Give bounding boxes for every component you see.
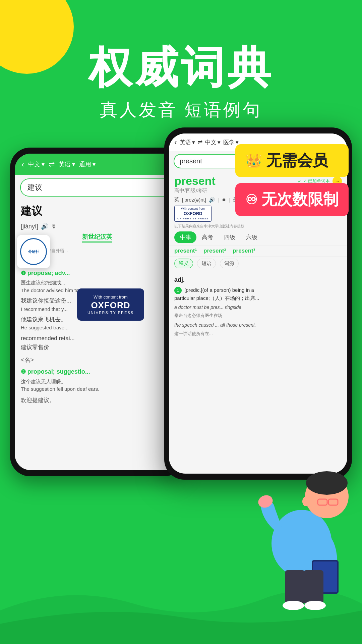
uk-label: 英 [174, 197, 179, 203]
example4-cn: 这个建议无人理睬。 [21, 378, 174, 386]
def1: ❶ propose; adv... [21, 268, 174, 278]
example3-en: He suggested trave... [21, 324, 174, 332]
variant1[interactable]: present¹ [174, 248, 197, 254]
sub-title: 真人发音 短语例句 [0, 98, 362, 122]
mode-label: 通用 [79, 160, 91, 168]
example4-en: The suggestion fell upon deaf ears. [21, 385, 174, 393]
tab-phrases[interactable]: 短语 [197, 259, 216, 268]
lang2-label: 英语 [59, 160, 71, 168]
present-variants: present¹ present² present³ [169, 246, 347, 257]
tab-level4[interactable]: 四级 [219, 231, 241, 243]
example1-cn: 医生建议他把烟戒... [21, 279, 174, 287]
character-illustration [245, 449, 359, 617]
svg-rect-10 [285, 570, 305, 604]
closing-text: 欢迎提建议。 [21, 396, 174, 405]
infinity-icon: ♾ [245, 192, 257, 207]
tab-oxford[interactable]: 牛津 [174, 231, 196, 243]
uk-audio-icon[interactable]: 🔊 [209, 197, 215, 203]
phrase1-en: recommended retai... [21, 334, 174, 343]
front-word-title: present [174, 174, 216, 187]
pinyin-text: [jiànyì] [21, 223, 38, 230]
svg-point-13 [304, 601, 326, 610]
foreign-research-badge: 外研社 [17, 235, 50, 268]
svg-rect-11 [303, 570, 323, 604]
no-member-badge: 👑 无需会员 [235, 144, 349, 177]
search-word-text: 建议 [27, 183, 42, 192]
oxford-title: OXFORD [82, 300, 139, 311]
oxford-mini-stamp: With content from OXFORD UNIVERSITY PRES… [174, 206, 212, 222]
swap-icon[interactable]: ⇌ [49, 160, 55, 169]
front-pos: adj. [174, 275, 342, 285]
meaning-tabs: 释义 短语 词源 [169, 257, 347, 270]
front-search-word: present [180, 157, 202, 165]
lang1-selector[interactable]: 中文 ▾ [28, 160, 45, 168]
front-example1-en: a doctor must be pres... ringside [174, 304, 342, 311]
front-chevron2: ▾ [218, 139, 221, 146]
tab-meaning[interactable]: 释义 [174, 259, 193, 268]
tab-etymology[interactable]: 词源 [220, 259, 239, 268]
tab-gaokao[interactable]: 高考 [196, 231, 219, 243]
back-button-icon[interactable]: ‹ [21, 160, 24, 169]
front-chevron1: ▾ [192, 139, 195, 146]
front-example2-cn: 这一讲话使所有在... [174, 330, 342, 337]
uk-record-icon[interactable]: ⏺ [222, 197, 226, 202]
tab-level6[interactable]: 六级 [241, 231, 263, 243]
svg-point-6 [302, 497, 309, 506]
uk-phonetic: ['prez(ə)nt] [182, 197, 206, 203]
lang2-selector[interactable]: 英语 ▾ [59, 160, 75, 168]
front-content: adj. 1 [predic.](of a person) being in a… [169, 270, 347, 340]
no-member-label: 无需会员 [266, 150, 328, 171]
front-lang2[interactable]: 中文 ▾ [205, 139, 221, 146]
audio-icon[interactable]: 🔊 [41, 223, 48, 230]
unlimited-badge: ♾ 无次数限制 [235, 183, 349, 216]
lang1-label: 中文 [28, 160, 40, 168]
mode-selector[interactable]: 通用 ▾ [79, 160, 96, 168]
variant2[interactable]: present² [203, 248, 226, 254]
front-def1: 1 [predic.](of a person) being in aparti… [174, 286, 342, 302]
oxford-press: UNIVERSITY PRESS [82, 311, 139, 315]
front-example1-cn: 拳击台边必须有医生在场 [174, 312, 342, 319]
pos2: <名> [21, 355, 174, 365]
dict-word: 建议 [15, 200, 180, 223]
def2: ❷ proposal; suggestio... [21, 367, 174, 377]
oxford-with-content: With content from [82, 294, 139, 300]
foreign-badge-logo: 外研社 [20, 238, 47, 265]
front-lang2-label: 中文 [205, 139, 217, 146]
chevron-down-icon: ▾ [42, 161, 45, 168]
header-section: 权威词典 真人发音 短语例句 [0, 44, 362, 122]
front-lang1[interactable]: 英语 ▾ [180, 139, 195, 146]
svg-point-2 [306, 471, 348, 495]
oxford-badge: With content from OXFORD UNIVERSITY PRES… [77, 288, 144, 321]
source-note: 以下结果内容来自牛津大学出版社内容授权 [169, 223, 347, 229]
dict-source: 新世纪汉英 [82, 233, 112, 243]
badge-area: 👑 无需会员 ♾ 无次数限制 [235, 144, 349, 216]
front-mode-label: 医学 [223, 139, 235, 146]
dict-pinyin: [jiànyì] 🔊 🎙 [15, 223, 180, 230]
back-phone-nav: ‹ 中文 ▾ ⇌ 英语 ▾ 通用 ▾ [15, 154, 180, 175]
phrase1-cn: 建议零售价 [21, 343, 174, 352]
svg-point-12 [283, 601, 304, 610]
front-swap-icon[interactable]: ⇌ [198, 139, 202, 146]
chevron-down-icon-2: ▾ [72, 161, 75, 168]
front-back-icon[interactable]: ‹ [174, 138, 177, 147]
front-tabs: 牛津 高考 四级 六级 [169, 229, 347, 246]
chevron-down-icon-3: ▾ [93, 161, 96, 168]
main-title: 权威词典 [0, 44, 362, 92]
unlimited-label: 无次数限制 [261, 189, 339, 210]
front-lang1-label: 英语 [180, 139, 191, 146]
crown-icon: 👑 [245, 153, 262, 169]
front-example2-en: the speech caused ... all those present. [174, 321, 342, 329]
foreign-badge-text: 外研社 [28, 249, 39, 254]
back-search-bar[interactable]: 建议 [20, 178, 174, 197]
variant3[interactable]: present³ [233, 248, 255, 254]
record-icon[interactable]: 🎙 [51, 223, 57, 230]
